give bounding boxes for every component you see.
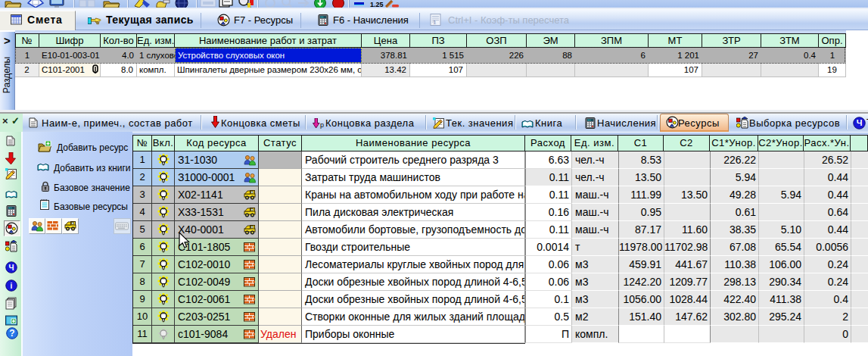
svg-text:i: i xyxy=(11,282,13,290)
svg-text:1: 1 xyxy=(433,19,437,26)
svg-text:p: p xyxy=(320,121,324,129)
svg-text:?: ? xyxy=(9,328,14,339)
svg-text:Ч: Ч xyxy=(857,118,863,127)
svg-text:Ч: Ч xyxy=(8,264,14,272)
